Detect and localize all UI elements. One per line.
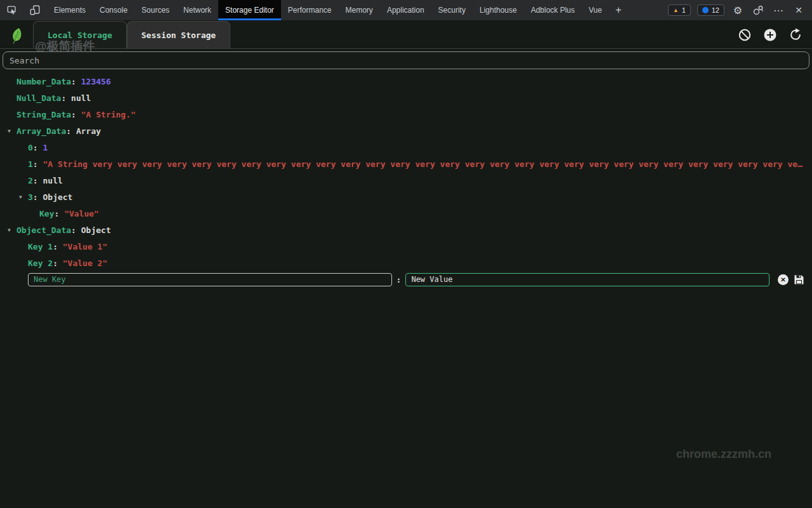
tree-separator: : bbox=[71, 110, 81, 119]
tree-separator: : bbox=[71, 77, 81, 86]
profile-circles-icon[interactable] bbox=[751, 3, 765, 17]
tree-row-array_data[interactable]: ▼Array_Data: Array bbox=[0, 123, 812, 139]
tab-local-storage[interactable]: Local Storage bbox=[33, 21, 127, 48]
tree-separator: : bbox=[54, 209, 64, 218]
devtools-right-controls: ▲ 1 12 ⚙ ⋯ ✕ bbox=[668, 0, 812, 20]
expand-arrow-icon[interactable]: ▼ bbox=[6, 227, 16, 233]
leaf-icon bbox=[8, 26, 25, 44]
tree-row-key[interactable]: Key: "Value" bbox=[0, 205, 812, 222]
refresh-icon[interactable] bbox=[788, 27, 803, 43]
storage-editor-header: Local Storage Session Storage bbox=[0, 21, 812, 49]
tree-key: Null_Data bbox=[16, 93, 61, 103]
warning-count: 1 bbox=[682, 6, 686, 14]
new-entry-row: : ✕ bbox=[28, 271, 804, 288]
settings-gear-icon[interactable]: ⚙ bbox=[731, 3, 745, 17]
tree-row-key-2[interactable]: Key 2: "Value 2" bbox=[0, 255, 812, 271]
tree-value: null bbox=[71, 93, 91, 103]
tree-value: 123456 bbox=[81, 77, 111, 86]
inspect-element-icon[interactable] bbox=[4, 2, 20, 18]
tree-separator: : bbox=[53, 242, 63, 251]
tree-row-string_data[interactable]: String_Data: "A String." bbox=[0, 106, 812, 123]
warning-triangle-icon: ▲ bbox=[673, 8, 679, 13]
device-toolbar-icon[interactable] bbox=[27, 2, 43, 18]
more-options-icon[interactable]: ⋯ bbox=[771, 3, 785, 17]
storage-tree: Number_Data: 123456Null_Data: nullString… bbox=[0, 73, 812, 271]
devtools-tab-console[interactable]: Console bbox=[93, 0, 134, 20]
message-dot-icon bbox=[702, 7, 709, 13]
tree-row-null_data[interactable]: Null_Data: null bbox=[0, 90, 812, 106]
tree-value: null bbox=[43, 176, 62, 185]
tree-key: Array_Data bbox=[16, 126, 66, 136]
tree-row-0[interactable]: 0: 1 bbox=[0, 139, 812, 156]
tree-key: Key 1 bbox=[28, 242, 53, 251]
tree-key: Object_Data bbox=[16, 225, 71, 235]
close-devtools-icon[interactable]: ✕ bbox=[792, 3, 806, 17]
tree-value: Object bbox=[81, 225, 111, 235]
tree-value: "Value 2" bbox=[63, 258, 107, 268]
tree-separator: : bbox=[53, 258, 63, 268]
search-input[interactable] bbox=[3, 51, 809, 69]
tree-row-3[interactable]: ▼3: Object bbox=[0, 189, 812, 205]
add-circle-icon[interactable] bbox=[763, 27, 778, 43]
watermark-site: chrome.zzzmh.cn bbox=[676, 448, 771, 461]
add-tab-button[interactable]: + bbox=[609, 0, 628, 20]
tree-row-2[interactable]: 2: null bbox=[0, 172, 812, 189]
tree-separator: : bbox=[33, 143, 43, 152]
tree-separator: : bbox=[71, 225, 81, 235]
cancel-entry-icon[interactable]: ✕ bbox=[778, 274, 789, 285]
new-key-input[interactable] bbox=[28, 273, 392, 286]
tree-row-object_data[interactable]: ▼Object_Data: Object bbox=[0, 222, 812, 238]
tab-session-storage[interactable]: Session Storage bbox=[127, 21, 230, 48]
tree-key: 1 bbox=[28, 159, 33, 169]
panel-actions bbox=[737, 21, 812, 48]
warnings-badge[interactable]: ▲ 1 bbox=[668, 4, 691, 16]
devtools-tab-performance[interactable]: Performance bbox=[281, 0, 339, 20]
tree-separator: : bbox=[61, 93, 71, 103]
devtools-tab-bar: ElementsConsoleSourcesNetworkStorage Edi… bbox=[0, 0, 812, 21]
tree-key: String_Data bbox=[16, 110, 71, 119]
tree-value: "A String very very very very very very … bbox=[43, 159, 807, 169]
tree-key: Key 2 bbox=[28, 258, 53, 268]
devtools-tab-memory[interactable]: Memory bbox=[339, 0, 380, 20]
new-value-input[interactable] bbox=[405, 273, 769, 286]
key-value-separator: : bbox=[396, 275, 402, 284]
tree-key: Number_Data bbox=[16, 77, 71, 86]
leaf-logo-wrap bbox=[0, 21, 33, 48]
tree-separator: : bbox=[33, 192, 43, 202]
expand-arrow-icon[interactable]: ▼ bbox=[6, 128, 16, 134]
tree-value: "A String." bbox=[81, 110, 136, 119]
tree-key: Key bbox=[39, 209, 54, 218]
message-count: 12 bbox=[712, 6, 719, 14]
tree-separator: : bbox=[33, 176, 43, 185]
tree-value: Object bbox=[43, 192, 72, 202]
tree-row-key-1[interactable]: Key 1: "Value 1" bbox=[0, 238, 812, 255]
tree-key: 2 bbox=[28, 176, 33, 185]
tree-row-1[interactable]: 1: "A String very very very very very ve… bbox=[0, 156, 812, 172]
messages-badge[interactable]: 12 bbox=[697, 4, 724, 16]
tree-separator: : bbox=[66, 126, 76, 136]
devtools-tab-network[interactable]: Network bbox=[176, 0, 218, 20]
devtools-tab-vue[interactable]: Vue bbox=[582, 0, 609, 20]
tree-separator: : bbox=[33, 159, 43, 169]
devtools-tab-storage-editor[interactable]: Storage Editor bbox=[218, 0, 281, 20]
devtools-tab-security[interactable]: Security bbox=[431, 0, 473, 20]
tree-value: "Value" bbox=[64, 209, 99, 218]
devtools-tabs: ElementsConsoleSourcesNetworkStorage Edi… bbox=[47, 0, 609, 20]
devtools-tab-lighthouse[interactable]: Lighthouse bbox=[473, 0, 524, 20]
tree-value: 1 bbox=[43, 143, 48, 152]
search-row bbox=[0, 49, 812, 72]
expand-arrow-icon[interactable]: ▼ bbox=[18, 194, 28, 200]
tree-value: Array bbox=[76, 126, 101, 136]
devtools-tab-application[interactable]: Application bbox=[380, 0, 431, 20]
tree-value: "Value 1" bbox=[63, 242, 107, 251]
devtools-tab-adblock-plus[interactable]: Adblock Plus bbox=[524, 0, 582, 20]
block-clear-icon[interactable] bbox=[737, 27, 752, 43]
devtools-tab-elements[interactable]: Elements bbox=[47, 0, 93, 20]
tree-key: 3 bbox=[28, 192, 33, 202]
devtools-tab-sources[interactable]: Sources bbox=[134, 0, 176, 20]
save-entry-icon[interactable] bbox=[793, 274, 804, 285]
devtools-left-icons bbox=[0, 0, 47, 20]
tree-row-number_data[interactable]: Number_Data: 123456 bbox=[0, 73, 812, 90]
tree-key: 0 bbox=[28, 143, 33, 152]
